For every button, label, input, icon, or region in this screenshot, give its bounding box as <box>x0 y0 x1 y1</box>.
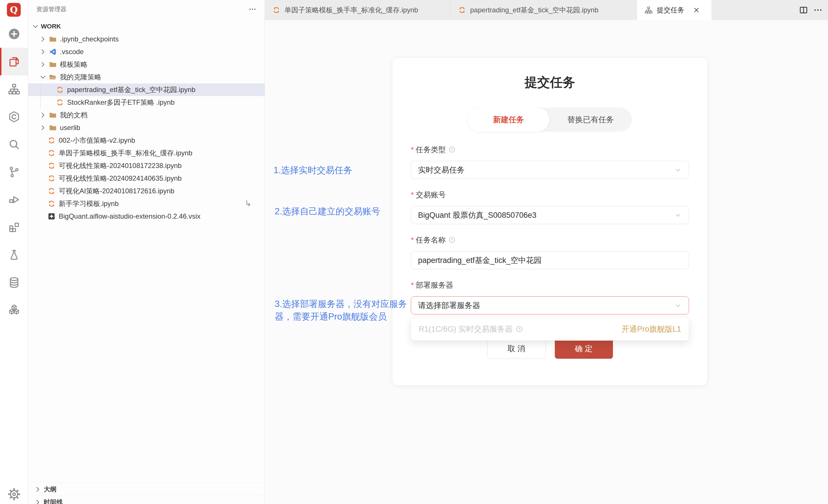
vscode-icon <box>48 47 57 56</box>
form-actions: 取 消 确 定 <box>392 338 707 359</box>
explorer-more-icon[interactable] <box>248 5 256 13</box>
sidebar-bottom-panels: 大纲时间线 <box>28 483 264 504</box>
task-mode-switch: 新建任务 替换已有任务 <box>468 107 632 132</box>
field-label-row: *部署服务器 <box>411 281 689 289</box>
tree-item[interactable]: papertrading_etf基金_tick_空中花园.ipynb <box>28 83 264 96</box>
sitemap-icon <box>644 6 653 14</box>
activity-item-search[interactable] <box>0 131 28 158</box>
tree-item[interactable]: .ipynb_checkpoints <box>28 33 264 45</box>
flask-icon <box>7 248 21 262</box>
editor-tab-bar: 单因子策略模板_换手率_标准化_缓存.ipynbpapertrading_etf… <box>264 0 828 20</box>
editor-tab-3[interactable]: 提交任务 <box>637 0 711 20</box>
field-label: 任务类型 <box>416 145 446 155</box>
field-label: 交易账号 <box>416 190 446 200</box>
annotation-step-2: 2.选择自己建立的交易账号 <box>275 205 380 218</box>
tree-section-work[interactable]: WORK <box>28 20 264 33</box>
tree-item[interactable]: StockRanker多因子ETF策略 .ipynb <box>28 96 264 109</box>
return-arrow-icon[interactable]: ↳ <box>243 199 253 209</box>
server-option-disabled: R1(1C/6G) 实时交易服务器 ? <box>419 324 523 334</box>
tree-item[interactable]: 新手学习模板.ipynb↳ <box>28 197 264 210</box>
activity-item-deploy[interactable] <box>0 75 28 103</box>
tab-replace-task[interactable]: 替换已有任务 <box>549 107 632 132</box>
tree-item[interactable]: userlib <box>28 122 264 134</box>
editor-content: 提交任务 新建任务 替换已有任务 *任务类型?实时交易任务*交易账号BigQua… <box>264 20 828 504</box>
tree-item[interactable]: 模板策略 <box>28 58 264 71</box>
activity-item-run-debug[interactable] <box>0 186 28 214</box>
notebook-icon <box>55 85 64 94</box>
tree-item[interactable]: BigQuant.aiflow-aistudio-extension-0.2.4… <box>28 210 264 223</box>
activity-item-database[interactable] <box>0 269 28 296</box>
tree-item[interactable]: 我的克隆策略 <box>28 71 264 83</box>
chevron-right-icon <box>39 124 47 132</box>
editor-actions <box>799 0 828 20</box>
chevron-right-icon <box>34 486 41 493</box>
tree-item-label: 002-小市值策略-v2.ipynb <box>59 136 264 145</box>
activity-bar: Q <box>0 0 28 504</box>
required-asterisk: * <box>411 190 414 199</box>
submit-task-panel: 提交任务 新建任务 替换已有任务 *任务类型?实时交易任务*交易账号BigQua… <box>392 57 708 385</box>
activity-item-explorer[interactable] <box>0 48 28 75</box>
field-label-row: *交易账号 <box>411 190 689 199</box>
field-input[interactable]: papertrading_etf基金_tick_空中花园 <box>411 251 689 269</box>
chevron-right-icon <box>34 499 41 504</box>
activity-item-source-control[interactable] <box>0 158 28 186</box>
activity-item-experiments[interactable] <box>0 241 28 269</box>
tree-item[interactable]: 002-小市值策略-v2.ipynb <box>28 134 264 147</box>
tree-item[interactable]: 可视化线性策略-20240108172238.ipynb <box>28 159 264 172</box>
sidebar-panel-outline[interactable]: 大纲 <box>28 483 264 496</box>
required-asterisk: * <box>411 281 414 290</box>
database-icon <box>7 276 21 289</box>
activity-item-new-plus[interactable] <box>0 20 28 48</box>
sidebar-panel-timeline[interactable]: 时间线 <box>28 496 264 504</box>
help-icon[interactable]: ? <box>448 236 456 244</box>
chevron-down-icon <box>674 166 682 174</box>
upgrade-pro-link[interactable]: 开通Pro旗舰版L1 <box>622 324 681 334</box>
sitemap-icon <box>7 83 21 96</box>
bigquant-logo[interactable]: Q <box>7 3 21 17</box>
tree-item-label: .vscode <box>60 48 264 56</box>
confirm-button[interactable]: 确 定 <box>555 338 613 359</box>
field-label-row: *任务类型? <box>411 145 689 154</box>
editor-tab-2[interactable]: papertrading_etf基金_tick_空中花园.ipynb <box>450 0 637 20</box>
chevron-down-icon <box>32 23 39 30</box>
notebook-icon <box>55 98 64 107</box>
tree-item[interactable]: 可视化线性策略-20240924140635.ipynb <box>28 172 264 185</box>
editor-tab-1[interactable]: 单因子策略模板_换手率_标准化_缓存.ipynb <box>264 0 450 20</box>
field-select[interactable]: 请选择部署服务器 <box>411 296 689 314</box>
required-asterisk: * <box>411 145 414 154</box>
indent-guide <box>40 83 41 109</box>
server-dropdown-panel: R1(1C/6G) 实时交易服务器 ? 开通Pro旗舰版L1 <box>411 318 689 340</box>
activity-item-components[interactable] <box>0 103 28 131</box>
tab-label: 提交任务 <box>657 5 684 15</box>
hexagon-c-icon <box>7 110 21 124</box>
chevron-down-icon <box>39 73 47 81</box>
tree-item[interactable]: .vscode <box>28 45 264 58</box>
field-select[interactable]: 实时交易任务 <box>411 161 689 179</box>
chevron-right-icon <box>39 48 47 55</box>
tree-item[interactable]: 单因子策略模板_换手率_标准化_缓存.ipynb <box>28 147 264 159</box>
close-icon[interactable] <box>692 6 701 14</box>
tab-new-task[interactable]: 新建任务 <box>468 107 549 132</box>
notebook-icon <box>47 162 56 170</box>
tree-item-label: 可视化线性策略-20240924140635.ipynb <box>59 174 264 183</box>
tab-label: 单因子策略模板_换手率_标准化_缓存.ipynb <box>284 5 418 15</box>
activity-item-packages[interactable] <box>0 296 28 324</box>
folder-icon <box>48 111 57 120</box>
tree-item[interactable]: 可视化AI策略-20240108172616.ipynb <box>28 185 264 197</box>
activity-item-settings[interactable] <box>0 480 28 504</box>
help-icon[interactable]: ? <box>448 146 456 153</box>
split-editor-icon[interactable] <box>799 5 809 15</box>
sidebar-title: 资源管理器 <box>36 5 67 13</box>
field-select[interactable]: BigQuant 股票仿真_S00850706e3 <box>411 206 689 224</box>
tree-item[interactable]: 我的文档 <box>28 109 264 122</box>
cancel-button[interactable]: 取 消 <box>487 338 546 359</box>
folder-icon <box>48 35 57 43</box>
activity-item-extensions[interactable] <box>0 214 28 241</box>
notebook-icon <box>47 187 56 195</box>
search-icon <box>7 138 21 151</box>
more-actions-icon[interactable] <box>813 5 823 15</box>
sidebar-panel-label: 大纲 <box>44 485 56 494</box>
tree-item-label: 单因子策略模板_换手率_标准化_缓存.ipynb <box>59 148 264 157</box>
debug-run-icon <box>7 193 21 206</box>
help-icon[interactable]: ? <box>515 325 523 333</box>
